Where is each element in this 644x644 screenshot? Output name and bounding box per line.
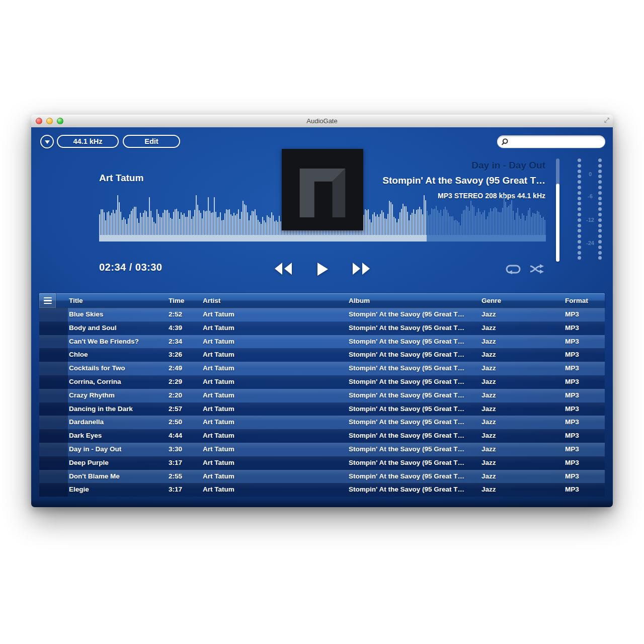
table-row[interactable]: Dardanella 2:50 Art Tatum Stompin' At th… xyxy=(39,416,605,429)
cell-album: Stompin' At the Savoy (95 Great T… xyxy=(349,389,464,403)
cell-album: Stompin' At the Savoy (95 Great T… xyxy=(349,375,464,389)
cell-format: MP3 xyxy=(565,389,579,403)
cell-format: MP3 xyxy=(565,456,579,470)
table-row[interactable]: Don't Blame Me 2:55 Art Tatum Stompin' A… xyxy=(39,470,605,484)
meter-label-0: 0 xyxy=(583,171,598,177)
cell-album: Stompin' At the Savoy (95 Great T… xyxy=(349,456,464,470)
album-art-logo-icon xyxy=(282,149,363,230)
shuffle-icon[interactable] xyxy=(529,264,544,274)
cell-format: MP3 xyxy=(565,375,579,389)
now-playing-album: Stompin' At the Savoy (95 Great T… xyxy=(382,173,545,188)
search-field[interactable] xyxy=(497,135,605,148)
cell-title: Dark Eyes xyxy=(69,429,102,443)
cell-format: MP3 xyxy=(565,321,579,335)
table-row[interactable]: Chloe 3:26 Art Tatum Stompin' At the Sav… xyxy=(39,348,605,362)
cell-artist: Art Tatum xyxy=(203,443,234,456)
column-header-title[interactable]: Title xyxy=(69,293,83,308)
volume-slider[interactable] xyxy=(556,158,559,262)
cell-title: Dancing in the Dark xyxy=(69,403,133,416)
cell-format: MP3 xyxy=(565,416,579,429)
volume-slider-thumb[interactable] xyxy=(556,184,559,262)
rewind-button[interactable] xyxy=(274,262,293,275)
cell-title: Body and Soul xyxy=(69,321,117,335)
cell-time: 2:50 xyxy=(169,416,182,429)
fast-forward-button[interactable] xyxy=(352,262,371,275)
cell-album: Stompin' At the Savoy (95 Great T… xyxy=(349,403,464,416)
cell-artist: Art Tatum xyxy=(203,348,234,362)
table-row[interactable]: Elegie 3:17 Art Tatum Stompin' At the Sa… xyxy=(39,483,605,497)
cell-album: Stompin' At the Savoy (95 Great T… xyxy=(349,308,464,321)
meter-label-24: -24 xyxy=(583,240,598,246)
table-header: Title Time Artist Album Genre Format xyxy=(39,293,605,308)
audiogate-window: AudioGate ⤢ 44.1 kHz Edit Art Tatum Day … xyxy=(31,115,613,507)
cell-artist: Art Tatum xyxy=(203,321,234,335)
cell-genre: Jazz xyxy=(481,389,496,403)
cell-format: MP3 xyxy=(565,483,579,497)
cell-title: Can't We Be Friends? xyxy=(69,335,139,349)
level-meter-right xyxy=(598,158,602,260)
cell-title: Day in - Day Out xyxy=(69,443,121,456)
title-bar[interactable]: AudioGate ⤢ xyxy=(31,115,613,127)
table-row[interactable]: Crazy Rhythm 2:20 Art Tatum Stompin' At … xyxy=(39,389,605,403)
cell-genre: Jazz xyxy=(481,403,496,416)
cell-title: Corrina, Corrina xyxy=(69,375,121,389)
cell-genre: Jazz xyxy=(481,321,496,335)
main-content: 44.1 kHz Edit Art Tatum Day in - Day Out… xyxy=(31,127,613,507)
table-row[interactable]: Dark Eyes 4:44 Art Tatum Stompin' At the… xyxy=(39,429,605,443)
cell-album: Stompin' At the Savoy (95 Great T… xyxy=(349,335,464,349)
cell-genre: Jazz xyxy=(481,308,496,321)
column-header-format[interactable]: Format xyxy=(565,293,588,308)
cell-format: MP3 xyxy=(565,470,579,484)
now-playing-title: Day in - Day Out xyxy=(382,158,545,173)
album-art xyxy=(282,149,363,230)
cell-artist: Art Tatum xyxy=(203,416,234,429)
loop-icon[interactable] xyxy=(505,264,521,274)
table-row[interactable]: Body and Soul 4:39 Art Tatum Stompin' At… xyxy=(39,321,605,335)
cell-time: 2:29 xyxy=(169,375,182,389)
cell-time: 2:57 xyxy=(169,403,182,416)
list-menu-icon[interactable] xyxy=(39,293,56,308)
table-row[interactable]: Blue Skies 2:52 Art Tatum Stompin' At th… xyxy=(39,308,605,321)
column-header-time[interactable]: Time xyxy=(169,293,184,308)
cell-artist: Art Tatum xyxy=(203,308,234,321)
column-header-album[interactable]: Album xyxy=(349,293,370,308)
meter-label-12: -12 xyxy=(583,217,598,223)
window-title: AudioGate xyxy=(31,117,613,125)
cell-title: Cocktails for Two xyxy=(69,362,125,375)
table-row[interactable]: Can't We Be Friends? 2:34 Art Tatum Stom… xyxy=(39,335,605,349)
cell-album: Stompin' At the Savoy (95 Great T… xyxy=(349,416,464,429)
table-row[interactable]: Dancing in the Dark 2:57 Art Tatum Stomp… xyxy=(39,403,605,416)
column-header-artist[interactable]: Artist xyxy=(203,293,220,308)
cell-artist: Art Tatum xyxy=(203,429,234,443)
waveform-played xyxy=(99,195,427,242)
cell-time: 4:44 xyxy=(169,429,182,443)
now-playing-artist: Art Tatum xyxy=(99,173,143,184)
search-icon xyxy=(501,138,509,146)
edit-button[interactable]: Edit xyxy=(123,135,180,148)
cell-genre: Jazz xyxy=(481,456,496,470)
cell-title: Elegie xyxy=(69,483,89,497)
table-row[interactable]: Cocktails for Two 2:49 Art Tatum Stompin… xyxy=(39,362,605,375)
resize-icon[interactable]: ⤢ xyxy=(604,117,609,123)
cell-time: 2:34 xyxy=(169,335,182,349)
table-row[interactable]: Corrina, Corrina 2:29 Art Tatum Stompin'… xyxy=(39,375,605,389)
cell-album: Stompin' At the Savoy (95 Great T… xyxy=(349,443,464,456)
cell-album: Stompin' At the Savoy (95 Great T… xyxy=(349,321,464,335)
cell-artist: Art Tatum xyxy=(203,456,234,470)
dropdown-button[interactable] xyxy=(40,135,54,148)
column-header-genre[interactable]: Genre xyxy=(481,293,501,308)
cell-artist: Art Tatum xyxy=(203,389,234,403)
cell-genre: Jazz xyxy=(481,348,496,362)
cell-genre: Jazz xyxy=(481,429,496,443)
chevron-down-icon xyxy=(45,140,50,144)
table-row[interactable]: Day in - Day Out 3:30 Art Tatum Stompin'… xyxy=(39,443,605,456)
cell-artist: Art Tatum xyxy=(203,362,234,375)
sample-rate-button[interactable]: 44.1 kHz xyxy=(57,135,119,148)
cell-format: MP3 xyxy=(565,362,579,375)
cell-time: 3:17 xyxy=(169,483,182,497)
cell-artist: Art Tatum xyxy=(203,335,234,349)
play-button[interactable] xyxy=(316,262,329,276)
table-row[interactable]: Deep Purple 3:17 Art Tatum Stompin' At t… xyxy=(39,456,605,470)
cell-genre: Jazz xyxy=(481,362,496,375)
search-input[interactable] xyxy=(509,135,605,148)
